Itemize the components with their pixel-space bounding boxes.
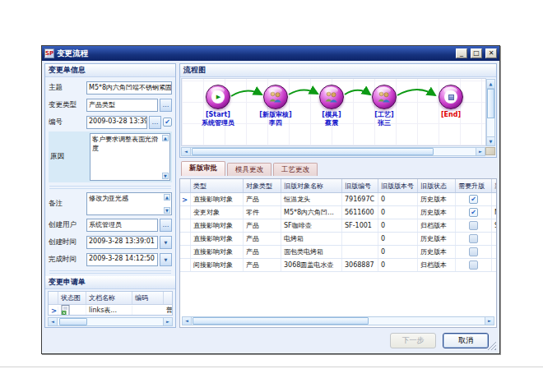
- request-table-hscrollbar[interactable]: ◄ ►: [48, 317, 173, 326]
- finish-time-row: 完成时间 2009-3-28 14:12:50 ▼: [48, 251, 173, 268]
- subject-input[interactable]: M5*8内六角凹端不锈钢紧固螺钉: [86, 81, 172, 95]
- scroll-up-icon[interactable]: ▲: [487, 80, 494, 89]
- reason-textarea[interactable]: 客户要求调整表面光滑度 ▲ ▼: [90, 133, 170, 181]
- old-number-cell: 3068887: [342, 259, 378, 271]
- doc-name-cell: links表...: [86, 306, 132, 315]
- doc-name-column-header[interactable]: 文档名称: [86, 292, 132, 304]
- old-name-cell: SF咖啡壶: [281, 219, 342, 232]
- old-number-cell: [342, 246, 378, 258]
- old-status-cell: 历史版本: [418, 233, 456, 245]
- create-user-ellipsis-button[interactable]: …: [160, 219, 172, 232]
- type-cell: 直接影响对象: [191, 233, 244, 245]
- create-time-input[interactable]: 2009-3-28 13:39:01: [86, 236, 158, 249]
- scrollbar-thumb[interactable]: [59, 318, 87, 325]
- scroll-down-icon[interactable]: ▼: [164, 207, 170, 214]
- scroll-down-icon[interactable]: ▼: [487, 136, 494, 145]
- flow-node[interactable]: ▶: [244, 85, 307, 127]
- request-table-row[interactable]: > links: [49, 305, 172, 316]
- create-user-input[interactable]: 系统管理员: [86, 219, 158, 232]
- tab[interactable]: 模具更改: [227, 163, 272, 176]
- reason-label: 原因: [50, 152, 88, 162]
- scrollbar-thumb[interactable]: [193, 317, 369, 325]
- object-type-cell: 零件: [244, 206, 281, 219]
- maximize-button[interactable]: □: [471, 48, 482, 58]
- scroll-right-icon[interactable]: ►: [163, 318, 172, 325]
- table-row[interactable]: 直接影响对象 产品 电烤箱 0 历史版本 ✔: [180, 233, 496, 246]
- type-column-header[interactable]: 类型: [191, 179, 244, 192]
- table-row[interactable]: 直接影响对象 产品 面包类电烤箱 0 历史版本 ✔: [180, 246, 496, 259]
- old-version-column-header[interactable]: 旧版版本号: [378, 179, 418, 192]
- object-type-cell: 产品: [244, 219, 281, 232]
- flow-node-step: [End]: [420, 111, 482, 119]
- titlebar[interactable]: SP 变更流程 _ □ ✕: [42, 46, 499, 61]
- old-name-column-header[interactable]: 旧版对象名称: [281, 179, 342, 192]
- flow-canvas[interactable]: ▶: [181, 78, 486, 146]
- flow-node-label: [工艺] 张三: [353, 111, 415, 127]
- close-button[interactable]: ✕: [485, 48, 497, 58]
- scroll-down-icon[interactable]: ▼: [162, 173, 169, 179]
- upgrade-checkbox[interactable]: ✔: [469, 261, 478, 270]
- table-row[interactable]: 变更对象 零件 M5*8内六角凹... 5611600 0 历史版本 ✔ M5*…: [180, 206, 496, 219]
- request-table-body: > links: [49, 305, 172, 316]
- new-version-cell: [492, 259, 496, 271]
- flow-node[interactable]: ▶: [353, 85, 415, 127]
- reason-text: 客户要求调整表面光滑度: [92, 136, 158, 152]
- old-number-column-header[interactable]: 旧版编号: [342, 179, 378, 192]
- scroll-left-icon[interactable]: ◄: [49, 318, 58, 325]
- flow-node-sphere: ▶: [263, 85, 288, 109]
- old-version-cell: 0: [378, 219, 418, 232]
- flow-node-assignee: 李四: [244, 119, 307, 127]
- scrollbar-thumb[interactable]: [192, 148, 434, 155]
- flow-node[interactable]: ▶: [420, 85, 482, 119]
- flow-hscrollbar[interactable]: ◄ ►: [181, 147, 485, 156]
- scroll-left-icon[interactable]: ◄: [183, 317, 192, 325]
- scroll-right-icon[interactable]: ►: [476, 148, 485, 155]
- scrollbar-thumb[interactable]: [487, 89, 494, 118]
- scroll-right-icon[interactable]: ►: [485, 317, 494, 325]
- flow-node-sphere: ▶: [439, 85, 463, 109]
- flow-node[interactable]: ▶: [187, 85, 249, 127]
- number-ellipsis-button[interactable]: …: [149, 116, 161, 129]
- flow-node-sphere: ▶: [319, 85, 344, 109]
- new-version-cell: [492, 246, 496, 258]
- code-column-header[interactable]: 编码: [132, 292, 164, 304]
- old-version-cell: 0: [378, 233, 418, 245]
- next-button[interactable]: 下一步: [390, 333, 436, 348]
- status-icon-column-header[interactable]: 状态图: [58, 292, 86, 304]
- flow-chart-panel: 流程图: [179, 63, 497, 158]
- object-type-column-header[interactable]: 对象类型: [244, 179, 281, 192]
- minimize-button[interactable]: _: [456, 48, 467, 58]
- number-row: 编号 2009-03-28 13:39:01 … ✔: [48, 113, 173, 131]
- scroll-up-icon[interactable]: ▲: [162, 135, 169, 141]
- number-checkbox[interactable]: ✔: [163, 118, 172, 127]
- remark-textarea[interactable]: 修改为亚光感 ▲ ▼: [86, 192, 172, 215]
- finish-time-input[interactable]: 2009-3-28 14:12:50: [86, 253, 158, 266]
- upgrade-checkbox[interactable]: ✔: [469, 247, 478, 256]
- flow-vscrollbar[interactable]: ▲ ▼: [486, 79, 495, 146]
- app-icon: SP: [44, 48, 54, 58]
- old-status-column-header[interactable]: 旧版状态: [418, 179, 456, 192]
- change-type-ellipsis-button[interactable]: …: [160, 99, 172, 112]
- need-upgrade-column-header[interactable]: 需要升版: [456, 179, 492, 192]
- number-input[interactable]: 2009-03-28 13:39:01: [86, 116, 147, 129]
- scroll-left-icon[interactable]: ◄: [182, 148, 191, 155]
- old-status-cell: 归档版本: [418, 259, 456, 271]
- tab[interactable]: 新版审批: [181, 161, 225, 176]
- upgrade-checkbox[interactable]: ✔: [469, 208, 478, 217]
- tab[interactable]: 工艺更改: [273, 163, 318, 176]
- scroll-up-icon[interactable]: ▲: [164, 194, 170, 201]
- cancel-button[interactable]: 取消: [443, 333, 489, 348]
- upgrade-checkbox[interactable]: ✔: [469, 234, 478, 243]
- table-row[interactable]: > 直接影响对象 产品 恒温龙头 791697C 0 历史版本 ✔: [180, 193, 496, 206]
- page-bottom-rule: [0, 367, 543, 367]
- table-row[interactable]: 间接影响对象 产品 3068圆盖电水壶 3068887 0 归档版本 ✔: [180, 259, 496, 272]
- finish-time-dropdown-button[interactable]: ▼: [160, 253, 172, 266]
- change-type-input[interactable]: 产品类型: [86, 99, 158, 112]
- upgrade-checkbox[interactable]: ✔: [469, 195, 478, 204]
- upgrade-checkbox[interactable]: ✔: [469, 221, 478, 230]
- table-row[interactable]: 直接影响对象 产品 SF咖啡壶 SF-1001 0 归档版本 ✔ SF咖: [180, 219, 496, 233]
- new-version-column-header[interactable]: 新版: [492, 179, 497, 192]
- approval-table-hscrollbar[interactable]: ◄ ►: [182, 316, 494, 325]
- old-name-cell: 恒温龙头: [281, 193, 342, 205]
- create-time-dropdown-button[interactable]: ▼: [160, 236, 172, 249]
